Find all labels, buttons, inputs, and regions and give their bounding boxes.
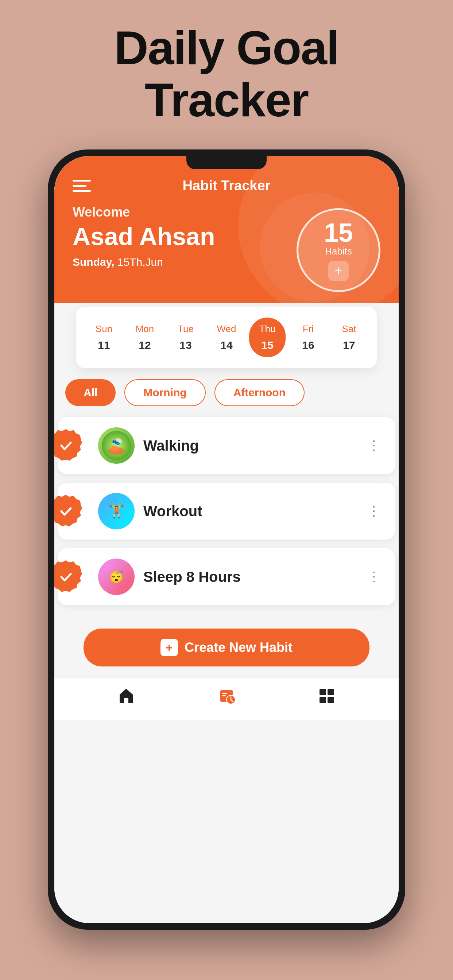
- day-num-sat: 17: [343, 339, 355, 352]
- calendar-day-fri[interactable]: Fri 16: [290, 318, 327, 357]
- svg-point-2: [110, 446, 119, 451]
- calendar-day-thu[interactable]: Thu 15: [249, 318, 286, 357]
- create-btn-label: Create New Habit: [185, 640, 292, 655]
- svg-rect-13: [222, 693, 227, 694]
- day-name-sun: Sun: [96, 323, 112, 335]
- hamburger-button[interactable]: [73, 180, 91, 192]
- svg-rect-14: [222, 695, 226, 696]
- filter-all-button[interactable]: All: [65, 379, 116, 406]
- habit-name-workout: Workout: [144, 503, 364, 520]
- calendar-day-tue[interactable]: Tue 13: [167, 318, 204, 357]
- habit-item-workout: 🏋️ Workout ⋮: [58, 483, 395, 539]
- grid-icon: [317, 687, 336, 705]
- nav-home[interactable]: [117, 687, 136, 705]
- svg-point-0: [102, 431, 131, 460]
- check-badge-workout[interactable]: [54, 495, 82, 528]
- habit-icon-walking: 👟: [98, 427, 135, 464]
- day-name-sat: Sat: [342, 323, 356, 335]
- workout-svg: 🏋️: [102, 496, 131, 526]
- check-badge-sleep[interactable]: [54, 560, 82, 593]
- phone-mockup: Habit Tracker Welcome Asad Ahsan Sunday,…: [48, 150, 405, 930]
- walking-svg: 👟: [102, 431, 131, 460]
- day-num-fri: 16: [302, 339, 314, 352]
- filter-afternoon-button[interactable]: Afternoon: [214, 379, 305, 406]
- bg-decoration-2: [260, 192, 370, 302]
- bottom-nav: [54, 678, 399, 720]
- nav-grid[interactable]: [317, 687, 336, 705]
- more-button-workout[interactable]: ⋮: [364, 503, 384, 519]
- more-button-sleep[interactable]: ⋮: [364, 569, 384, 584]
- svg-rect-18: [327, 697, 334, 703]
- day-name-wed: Wed: [217, 323, 236, 335]
- calendar-day-sun[interactable]: Sun 11: [86, 318, 122, 357]
- header-section: Habit Tracker Welcome Asad Ahsan Sunday,…: [54, 156, 399, 303]
- check-icon-walking: [58, 438, 73, 453]
- day-num-mon: 12: [139, 339, 151, 352]
- phone-screen: Habit Tracker Welcome Asad Ahsan Sunday,…: [54, 156, 399, 923]
- sleep-svg: 😴: [102, 562, 131, 591]
- calendar-day-mon[interactable]: Mon 12: [126, 318, 163, 357]
- phone-shell: Habit Tracker Welcome Asad Ahsan Sunday,…: [48, 150, 405, 930]
- svg-text:👟: 👟: [112, 437, 121, 445]
- svg-text:🏋️: 🏋️: [108, 503, 125, 519]
- day-num-thu: 15: [261, 339, 273, 352]
- filter-morning-button[interactable]: Morning: [124, 379, 205, 406]
- main-content: Habit Tracker Welcome Asad Ahsan Sunday,…: [54, 156, 399, 923]
- habit-name-walking: Walking: [144, 438, 364, 454]
- create-new-habit-button[interactable]: + Create New Habit: [83, 628, 370, 667]
- nav-tracker[interactable]: [217, 687, 236, 705]
- check-badge-walking[interactable]: [54, 429, 82, 462]
- app-title-line1: Daily Goal: [114, 21, 339, 75]
- habit-icon-sleep: 😴: [98, 558, 135, 595]
- more-button-walking[interactable]: ⋮: [364, 438, 384, 453]
- date-rest: 15Th,Jun: [118, 256, 163, 268]
- check-icon-workout: [58, 504, 73, 519]
- day-name-thu: Thu: [259, 323, 276, 335]
- svg-rect-17: [319, 697, 326, 703]
- habit-item-sleep: 😴 Sleep 8 Hours ⋮: [58, 548, 395, 605]
- filter-row: All Morning Afternoon: [54, 368, 399, 410]
- tracker-icon: [217, 687, 236, 705]
- calendar-day-wed[interactable]: Wed 14: [208, 318, 245, 357]
- create-icon: +: [161, 639, 178, 656]
- calendar-section: Sun 11 Mon 12 Tue 13: [76, 307, 377, 368]
- home-icon: [117, 687, 136, 705]
- day-num-tue: 13: [179, 339, 191, 352]
- app-title: Daily Goal Tracker: [0, 0, 453, 126]
- hamburger-line-3: [73, 190, 91, 192]
- habit-icon-workout: 🏋️: [98, 493, 135, 530]
- hamburger-line-2: [73, 185, 86, 187]
- check-icon-sleep: [58, 570, 73, 584]
- day-num-wed: 14: [220, 339, 232, 352]
- svg-text:😴: 😴: [109, 570, 124, 584]
- calendar-day-sat[interactable]: Sat 17: [331, 318, 367, 357]
- create-btn-wrapper: + Create New Habit: [54, 621, 399, 678]
- app-title-line2: Tracker: [145, 73, 309, 127]
- habit-item-walking: 👟 Walking ⋮: [58, 417, 395, 474]
- calendar-days: Sun 11 Mon 12 Tue 13: [83, 318, 370, 357]
- phone-notch: [187, 156, 266, 169]
- day-name-tue: Tue: [178, 323, 194, 335]
- hamburger-line-1: [73, 180, 91, 181]
- svg-rect-15: [319, 689, 326, 695]
- date-weekday: Sunday,: [73, 256, 114, 268]
- habit-name-sleep: Sleep 8 Hours: [144, 569, 364, 585]
- svg-rect-16: [327, 689, 334, 695]
- day-name-fri: Fri: [303, 323, 314, 335]
- day-num-sun: 11: [98, 339, 110, 352]
- day-name-mon: Mon: [136, 323, 154, 335]
- habits-list: 👟 Walking ⋮: [54, 410, 399, 621]
